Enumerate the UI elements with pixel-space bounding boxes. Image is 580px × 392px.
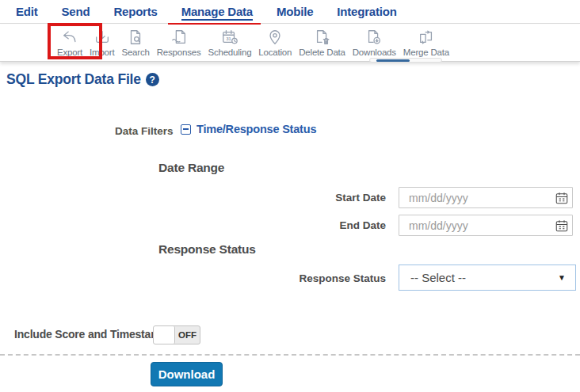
toolbar-item-downloads[interactable]: Downloads: [353, 25, 396, 57]
end-date-calendar-icon[interactable]: [555, 219, 569, 233]
date-range-heading: Date Range: [158, 161, 224, 175]
nav-item-send[interactable]: Send: [62, 5, 90, 18]
calendar-clock-icon: 31: [220, 28, 239, 47]
nav-item-edit[interactable]: Edit: [16, 5, 38, 18]
response-status-heading: Response Status: [158, 242, 256, 257]
data-filters-label: Data Filters: [115, 125, 174, 137]
export-arrow-icon: [60, 28, 79, 47]
sql-export-page: Edit Send Reports Manage Data Mobile Int…: [0, 0, 580, 392]
download-document-icon: [364, 28, 383, 47]
map-pin-icon: [265, 28, 284, 47]
toggle-state-label: OFF: [175, 326, 200, 344]
toolbar-item-import[interactable]: Import: [90, 25, 114, 57]
help-icon[interactable]: ?: [146, 73, 159, 86]
end-date-label: End Date: [259, 219, 386, 231]
start-date-label: Start Date: [259, 192, 386, 204]
delete-document-icon: [313, 28, 332, 47]
nav-item-reports[interactable]: Reports: [113, 5, 157, 18]
start-date-calendar-icon[interactable]: [555, 191, 569, 205]
toolbar-item-scheduling[interactable]: 31 Scheduling: [208, 25, 251, 57]
page-title: SQL Export Data File: [6, 71, 141, 88]
end-date-input[interactable]: [399, 215, 573, 236]
toolbar-item-delete-data[interactable]: Delete Data: [299, 25, 345, 57]
include-score-label: Include Score and Timestamp: [14, 328, 167, 341]
search-document-icon: [126, 28, 145, 47]
toolbar-item-export[interactable]: Export: [57, 25, 82, 57]
dashed-separator: [0, 354, 580, 356]
response-status-select[interactable]: -- Select -- ▼: [399, 265, 576, 291]
toolbar-scrollbar-thumb[interactable]: [376, 59, 410, 62]
import-tray-icon: [93, 28, 112, 47]
filter-group-toggle[interactable]: Time/Response Status: [181, 123, 316, 135]
toolbar-item-search[interactable]: Search: [121, 25, 149, 57]
filter-group-label: Time/Response Status: [197, 123, 316, 135]
nav-item-integration[interactable]: Integration: [337, 5, 396, 18]
top-nav: Edit Send Reports Manage Data Mobile Int…: [0, 0, 580, 24]
toolbar-item-responses[interactable]: Responses: [157, 25, 201, 57]
responses-document-icon: [170, 28, 189, 47]
toolbar-item-location[interactable]: Location: [258, 25, 292, 57]
manage-data-toolbar: Export Import Search: [0, 25, 580, 62]
nav-item-manage-data[interactable]: Manage Data: [181, 5, 253, 18]
collapse-minus-icon[interactable]: [181, 124, 191, 135]
include-score-toggle[interactable]: OFF: [153, 325, 200, 344]
chevron-down-icon: ▼: [558, 273, 566, 282]
toolbar-scrollbar[interactable]: [369, 58, 442, 63]
nav-item-mobile[interactable]: Mobile: [277, 5, 313, 18]
response-status-selected-value: -- Select --: [410, 271, 466, 284]
response-status-label: Response Status: [259, 272, 386, 284]
toggle-knob: [154, 326, 175, 344]
toolbar-item-merge-data[interactable]: Merge Data: [403, 25, 449, 57]
merge-documents-icon: [417, 28, 436, 47]
start-date-input[interactable]: [399, 187, 573, 208]
svg-text:31: 31: [226, 36, 231, 41]
download-button[interactable]: Download: [151, 362, 223, 386]
